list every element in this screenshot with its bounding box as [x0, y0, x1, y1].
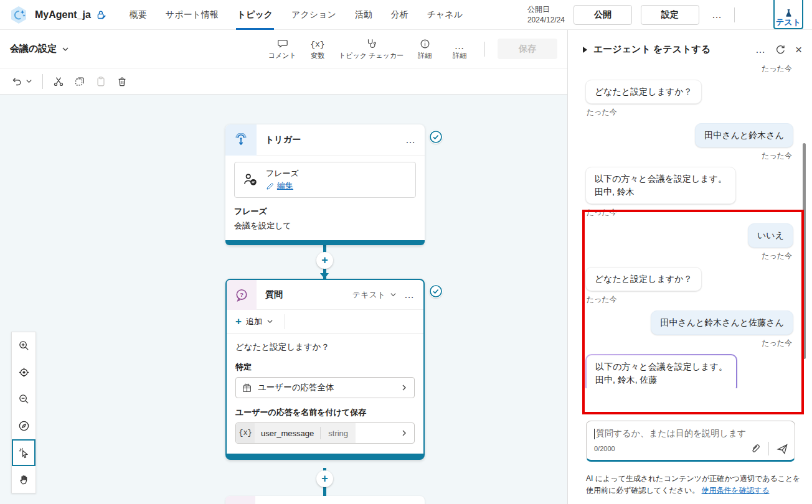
- next-node-icon-cell: [225, 496, 255, 504]
- chat-input-placeholder: 質問するか、または目的を説明します: [596, 428, 746, 439]
- topbar-more-button[interactable]: …: [708, 9, 725, 21]
- publish-button[interactable]: 公開: [574, 5, 632, 25]
- question-node-more-button[interactable]: …: [404, 292, 415, 297]
- question-valid-check-icon: [429, 284, 443, 298]
- paste-button[interactable]: [95, 76, 106, 87]
- undo-button[interactable]: [11, 76, 32, 87]
- topic-selector[interactable]: 会議の設定: [10, 43, 69, 55]
- pencil-icon: [266, 182, 274, 190]
- timestamp: たった今: [587, 107, 792, 118]
- chat-message-user: いいえ: [748, 223, 793, 248]
- add-node-button[interactable]: +: [316, 470, 333, 487]
- person-chat-icon: [242, 172, 258, 188]
- terms-link[interactable]: 使用条件を確認する: [702, 486, 770, 495]
- variable-icon: {x}: [236, 423, 255, 443]
- settings-button[interactable]: 設定: [641, 5, 699, 25]
- zoom-in-button[interactable]: [12, 332, 35, 359]
- tab-overview[interactable]: 概要: [128, 0, 148, 30]
- copilot-studio-app: MyAgent_ja 概要 サポート情報 トピック アクション 活動 分析 チャ…: [0, 0, 812, 504]
- question-message-text[interactable]: どなたと設定しますか？: [227, 334, 423, 353]
- copy-icon: [74, 76, 85, 87]
- chat-more-button[interactable]: …: [755, 47, 766, 52]
- select-tool-button[interactable]: [12, 439, 35, 466]
- more-details-button[interactable]: … 詳細: [446, 38, 473, 60]
- editbar-divider: [42, 74, 43, 89]
- save-response-label: ユーザーの応答を名前を付けて保存: [227, 398, 423, 418]
- details-button[interactable]: 詳細: [411, 38, 438, 60]
- question-type-dropdown[interactable]: テキスト: [352, 289, 397, 301]
- variables-icon: {x}: [310, 38, 324, 49]
- trigger-node-title: トリガー: [265, 134, 405, 146]
- tab-actions[interactable]: アクション: [290, 0, 338, 30]
- authoring-canvas[interactable]: + + トリガー …: [0, 95, 567, 504]
- tab-support[interactable]: サポート情報: [164, 0, 220, 30]
- delete-button[interactable]: [116, 76, 128, 87]
- plus-icon: +: [235, 316, 242, 327]
- identify-label: 特定: [227, 353, 423, 373]
- comments-button[interactable]: コメント: [268, 38, 296, 60]
- agent-name: MyAgent_ja: [35, 9, 91, 21]
- zoom-out-button[interactable]: [12, 386, 35, 413]
- add-node-button[interactable]: +: [316, 252, 333, 269]
- trigger-icon-cell: [225, 124, 257, 156]
- chevron-down-icon: [267, 318, 273, 325]
- next-node-partial[interactable]: [225, 496, 425, 504]
- tab-channels[interactable]: チャネル: [426, 0, 464, 30]
- edit-phrases-link[interactable]: 編集: [277, 180, 293, 192]
- add-button-label: 追加: [246, 316, 262, 327]
- minimap-button[interactable]: [12, 413, 35, 439]
- topbar-right-group: 公開日 2024/12/24 公開 設定 …: [527, 4, 735, 24]
- comment-icon: [277, 38, 288, 49]
- topic-checker-button[interactable]: トピック チェッカー: [339, 38, 404, 60]
- variable-field[interactable]: {x} user_message string: [235, 422, 415, 444]
- copy-button[interactable]: [74, 76, 85, 87]
- phrases-card[interactable]: フレーズ 編集: [234, 162, 416, 198]
- published-value: 2024/12/24: [527, 15, 565, 25]
- scissors-icon: [53, 76, 64, 87]
- trigger-node[interactable]: トリガー … フレーズ: [225, 124, 425, 245]
- edit-toolbar: [0, 68, 567, 95]
- identify-value: ユーザーの応答全体: [258, 382, 400, 393]
- text-caret: [594, 429, 595, 439]
- question-icon-cell: ?: [227, 280, 257, 310]
- timestamp: たった今: [587, 207, 792, 218]
- cut-button[interactable]: [53, 76, 64, 87]
- timestamp: たった今: [762, 151, 792, 161]
- test-panel-title: エージェント をテストする: [593, 44, 755, 55]
- beaker-icon: [784, 8, 793, 18]
- cursor-icon: [18, 447, 30, 459]
- refresh-icon[interactable]: [775, 44, 786, 55]
- compass-icon: [18, 420, 30, 432]
- question-icon: ?: [235, 288, 248, 302]
- tab-analytics[interactable]: 分析: [390, 0, 410, 30]
- trigger-node-more-button[interactable]: …: [405, 138, 416, 142]
- chat-message-bot-ai: 以下の方々と会議を設定します。 田中, 鈴木, 佐藤: [585, 354, 737, 388]
- question-node-header: ? 質問 テキスト …: [227, 280, 423, 310]
- test-button-label: テスト: [776, 18, 801, 27]
- undo-icon: [11, 76, 22, 87]
- add-content-button[interactable]: + 追加: [235, 314, 285, 329]
- trigger-node-body: フレーズ 編集 フレーズ 会議を設定して: [225, 156, 425, 240]
- tab-topics[interactable]: トピック: [236, 0, 274, 30]
- send-icon[interactable]: [777, 443, 788, 455]
- variables-button[interactable]: {x} 変数: [304, 38, 331, 60]
- test-agent-button[interactable]: テスト: [773, 0, 803, 29]
- question-node[interactable]: ? 質問 テキスト … + 追加: [225, 279, 425, 460]
- chat-transcript[interactable]: たった今 どなたと設定しますか？ たった今 田中さんと鈴木さん たった今 以下の…: [568, 62, 812, 388]
- collapse-panel-icon[interactable]: [583, 47, 587, 53]
- timestamp: たった今: [762, 63, 792, 74]
- close-panel-icon[interactable]: ×: [795, 45, 802, 55]
- reset-view-button[interactable]: [12, 359, 35, 386]
- tab-activity[interactable]: 活動: [354, 0, 374, 30]
- pan-tool-button[interactable]: [12, 466, 35, 493]
- timestamp: たった今: [762, 338, 792, 348]
- save-button[interactable]: 保存: [498, 39, 557, 59]
- attach-icon[interactable]: [750, 443, 761, 454]
- trash-icon: [116, 76, 128, 87]
- published-date: 公開日 2024/12/24: [527, 4, 565, 24]
- identify-field[interactable]: ユーザーの応答全体: [235, 377, 415, 398]
- edit-lock-icon[interactable]: [96, 9, 106, 20]
- chat-scrollbar[interactable]: [803, 143, 806, 359]
- chat-input[interactable]: 質問するか、または目的を説明します 0/2000: [586, 421, 795, 462]
- tools-divider: [484, 42, 485, 57]
